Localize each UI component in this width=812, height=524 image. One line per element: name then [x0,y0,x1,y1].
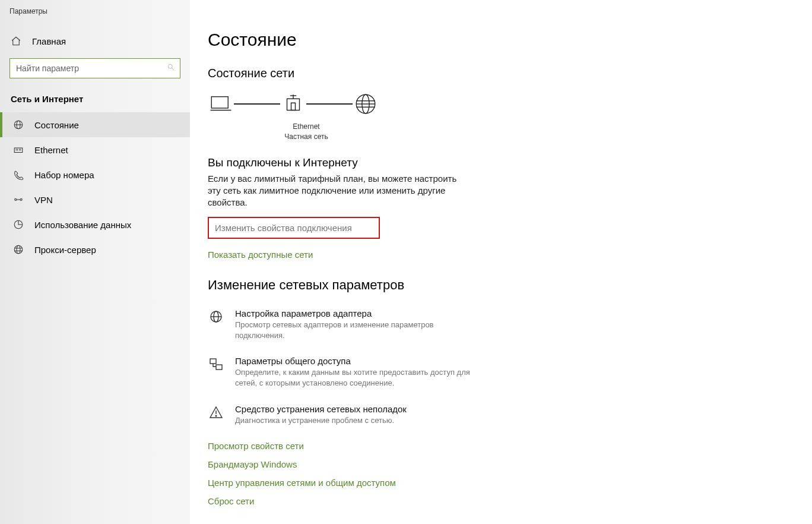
page-title: Состояние [208,30,788,50]
dialup-icon [13,169,24,180]
sidebar-section-label: Сеть и Интернет [0,91,190,112]
sidebar-item-ethernet[interactable]: Ethernet [0,137,190,162]
adapter-settings-icon [208,308,224,340]
svg-rect-35 [216,365,222,370]
option-title: Средство устранения сетевых неполадок [235,404,481,414]
network-type: Частная сеть [277,132,336,142]
svg-point-37 [215,415,217,416]
computer-icon [208,91,234,117]
svg-rect-5 [14,148,23,153]
vpn-icon [13,194,24,205]
diagram-line [234,103,280,105]
search-input[interactable] [16,64,167,73]
home-icon [11,36,21,46]
router-icon [280,91,306,117]
sidebar-item-label: Ethernet [34,145,68,155]
warning-icon [208,404,224,426]
svg-point-0 [168,64,172,68]
sharing-icon [208,356,224,388]
svg-line-1 [172,68,175,71]
option-desc: Определите, к каким данным вы хотите пре… [235,367,481,388]
connected-heading: Вы подключены к Интернету [208,156,788,169]
svg-point-16 [14,245,23,254]
svg-rect-20 [211,97,228,108]
diagram-line [306,103,353,105]
datausage-icon [13,219,24,230]
change-settings-heading: Изменение сетевых параметров [208,277,788,293]
proxy-icon [13,244,24,255]
ethernet-icon [13,144,24,155]
option-title: Параметры общего доступа [235,356,481,366]
sidebar-item-datausage[interactable]: Использование данных [0,212,190,237]
link-network-reset[interactable]: Сброс сети [208,496,788,506]
diagram-labels: Ethernet Частная сеть [277,122,336,142]
network-status-heading: Состояние сети [208,67,788,80]
sidebar-item-label: Прокси-сервер [34,245,96,255]
sidebar-item-label: Состояние [34,120,79,130]
sidebar-item-dialup[interactable]: Набор номера [0,162,190,187]
sidebar-item-proxy[interactable]: Прокси-сервер [0,237,190,262]
option-desc: Просмотр сетевых адаптеров и изменение п… [235,320,481,340]
show-available-networks-link[interactable]: Показать доступные сети [208,250,788,260]
svg-rect-34 [210,359,216,364]
link-view-network-properties[interactable]: Просмотр свойств сети [208,441,788,451]
option-troubleshoot[interactable]: Средство устранения сетевых неполадок Ди… [208,404,481,426]
nav-home-label: Главная [32,36,66,46]
status-icon [13,119,24,130]
sidebar-item-label: VPN [34,195,53,205]
connected-desc: Если у вас лимитный тарифный план, вы мо… [208,173,463,209]
link-network-sharing-center[interactable]: Центр управления сетями и общим доступом [208,478,788,488]
nav-home[interactable]: Главная [0,30,190,52]
sidebar-item-label: Набор номера [34,170,94,180]
svg-rect-23 [291,103,296,110]
sidebar-item-vpn[interactable]: VPN [0,187,190,212]
option-desc: Диагностика и устранение проблем с сетью… [235,415,481,426]
adapter-name: Ethernet [277,122,336,132]
search-box[interactable] [9,58,180,78]
svg-point-17 [17,245,20,254]
sidebar-item-status[interactable]: Состояние [0,112,190,137]
change-connection-properties-link[interactable]: Изменить свойства подключения [208,217,380,239]
option-title: Настройка параметров адаптера [235,308,481,318]
search-icon [167,63,175,74]
window-title: Параметры [0,7,190,30]
link-windows-firewall[interactable]: Брандмауэр Windows [208,459,788,469]
globe-icon [353,91,379,117]
svg-rect-22 [287,99,300,110]
sidebar-item-label: Использование данных [34,220,131,230]
option-sharing-settings[interactable]: Параметры общего доступа Определите, к к… [208,356,481,388]
main-content: Состояние Состояние сети Ethernet Частна… [190,0,812,524]
search-wrap [0,52,190,91]
sidebar: Параметры Главная Сеть и Интернет Состоя… [0,0,190,524]
option-adapter-settings[interactable]: Настройка параметров адаптера Просмотр с… [208,308,481,340]
network-diagram [208,91,788,117]
